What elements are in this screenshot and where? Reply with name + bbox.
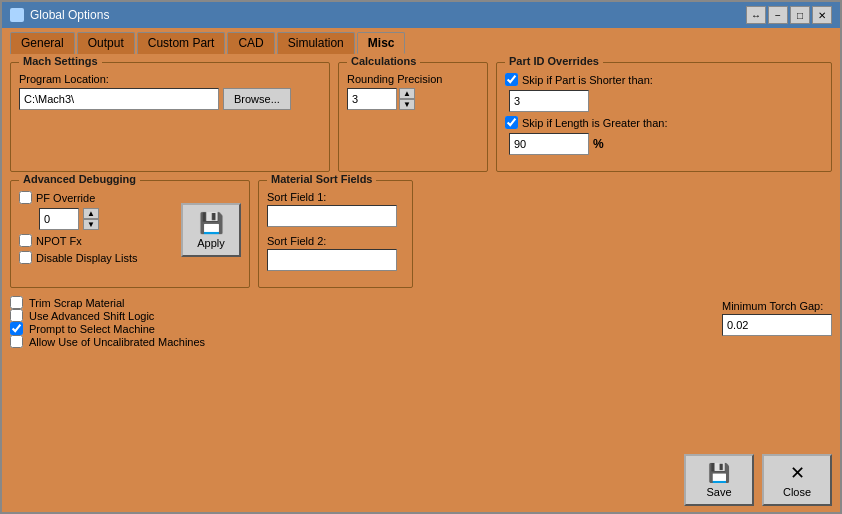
minimize-button[interactable]: − <box>768 6 788 24</box>
tab-general[interactable]: General <box>10 32 75 54</box>
debug-right: 💾 Apply <box>181 191 241 268</box>
calculations-group: Calculations Rounding Precision ▲ ▼ <box>338 62 488 172</box>
percent-symbol: % <box>593 137 604 151</box>
tab-misc[interactable]: Misc <box>357 32 406 54</box>
pf-down-button[interactable]: ▼ <box>83 219 99 230</box>
min-torch-gap-input[interactable] <box>722 314 832 336</box>
bottom-checks: Trim Scrap Material Use Advanced Shift L… <box>10 296 442 348</box>
tab-custom-part[interactable]: Custom Part <box>137 32 226 54</box>
skip-greater-label: Skip if Length is Greater than: <box>522 117 668 129</box>
skip-greater-checkbox[interactable] <box>505 116 518 129</box>
npot-fx-row: NPOT Fx <box>19 234 177 247</box>
prompt-machine-label: Prompt to Select Machine <box>29 323 155 335</box>
arrows-button[interactable]: ↔ <box>746 6 766 24</box>
trim-scrap-label: Trim Scrap Material <box>29 297 125 309</box>
advanced-debugging-group: Advanced Debugging PF Override ▲ ▼ <box>10 180 250 288</box>
bottom-area: Trim Scrap Material Use Advanced Shift L… <box>10 296 832 348</box>
bottom-section: Trim Scrap Material Use Advanced Shift L… <box>10 296 832 440</box>
program-location-input[interactable] <box>19 88 219 110</box>
min-torch-section: Minimum Torch Gap: <box>722 300 832 336</box>
close-label: Close <box>783 486 811 498</box>
mach-settings-title: Mach Settings <box>19 55 102 67</box>
save-button[interactable]: 💾 Save <box>684 454 754 506</box>
program-location-row: Browse... <box>19 88 321 110</box>
middle-row: Advanced Debugging PF Override ▲ ▼ <box>10 180 832 288</box>
global-options-window: Global Options ↔ − □ ✕ General Output Cu… <box>0 0 842 514</box>
trim-scrap-checkbox[interactable] <box>10 296 23 309</box>
prompt-machine-row: Prompt to Select Machine <box>10 322 442 335</box>
trim-scrap-row: Trim Scrap Material <box>10 296 442 309</box>
advanced-shift-label: Use Advanced Shift Logic <box>29 310 154 322</box>
window-title: Global Options <box>30 8 109 22</box>
allow-uncalibrated-row: Allow Use of Uncalibrated Machines <box>10 335 442 348</box>
maximize-button[interactable]: □ <box>790 6 810 24</box>
save-label: Save <box>706 486 731 498</box>
disable-display-checkbox[interactable] <box>19 251 32 264</box>
close-icon: ✕ <box>790 462 805 484</box>
pf-up-button[interactable]: ▲ <box>83 208 99 219</box>
rounding-precision-spinners: ▲ ▼ <box>399 88 415 110</box>
browse-button[interactable]: Browse... <box>223 88 291 110</box>
pf-override-row: PF Override <box>19 191 177 204</box>
sort-field1-label: Sort Field 1: <box>267 191 404 203</box>
rounding-precision-label: Rounding Precision <box>347 73 479 85</box>
rounding-precision-input[interactable] <box>347 88 397 110</box>
material-sort-group: Material Sort Fields Sort Field 1: Sort … <box>258 180 413 288</box>
rounding-down-button[interactable]: ▼ <box>399 99 415 110</box>
part-id-overrides-group: Part ID Overrides Skip if Part is Shorte… <box>496 62 832 172</box>
sort-field2-input[interactable] <box>267 249 397 271</box>
top-row: Mach Settings Program Location: Browse..… <box>10 62 832 172</box>
mach-settings-group: Mach Settings Program Location: Browse..… <box>10 62 330 172</box>
apply-icon: 💾 <box>199 211 224 235</box>
tab-output[interactable]: Output <box>77 32 135 54</box>
material-sort-title: Material Sort Fields <box>267 173 376 185</box>
apply-button[interactable]: 💾 Apply <box>181 203 241 257</box>
allow-uncalibrated-checkbox[interactable] <box>10 335 23 348</box>
pf-override-label: PF Override <box>36 192 95 204</box>
advanced-shift-checkbox[interactable] <box>10 309 23 322</box>
content-area: Mach Settings Program Location: Browse..… <box>2 54 840 448</box>
pf-value-row: ▲ ▼ <box>39 208 177 230</box>
disable-display-row: Disable Display Lists <box>19 251 177 264</box>
skip-shorter-label: Skip if Part is Shorter than: <box>522 74 653 86</box>
npot-fx-label: NPOT Fx <box>36 235 82 247</box>
close-button[interactable]: ✕ <box>812 6 832 24</box>
sort-field2-label: Sort Field 2: <box>267 235 404 247</box>
skip-greater-value-row: % <box>505 133 823 155</box>
footer-close-button[interactable]: ✕ Close <box>762 454 832 506</box>
advanced-shift-row: Use Advanced Shift Logic <box>10 309 442 322</box>
program-location-label: Program Location: <box>19 73 321 85</box>
apply-label: Apply <box>197 237 225 249</box>
rounding-precision-control: ▲ ▼ <box>347 88 479 110</box>
skip-shorter-checkbox[interactable] <box>505 73 518 86</box>
prompt-machine-checkbox[interactable] <box>10 322 23 335</box>
part-id-overrides-title: Part ID Overrides <box>505 55 603 67</box>
debug-left: PF Override ▲ ▼ NPOT Fx <box>19 191 177 268</box>
pf-override-checkbox[interactable] <box>19 191 32 204</box>
disable-display-label: Disable Display Lists <box>36 252 137 264</box>
debug-inner: PF Override ▲ ▼ NPOT Fx <box>19 191 241 268</box>
min-torch-gap-label: Minimum Torch Gap: <box>722 300 832 312</box>
tab-simulation[interactable]: Simulation <box>277 32 355 54</box>
rounding-up-button[interactable]: ▲ <box>399 88 415 99</box>
skip-shorter-row: Skip if Part is Shorter than: <box>505 73 823 86</box>
skip-greater-row: Skip if Length is Greater than: <box>505 116 823 129</box>
title-bar-left: Global Options <box>10 8 109 22</box>
npot-fx-checkbox[interactable] <box>19 234 32 247</box>
sort-field1-input[interactable] <box>267 205 397 227</box>
title-bar: Global Options ↔ − □ ✕ <box>2 2 840 28</box>
pf-spinners: ▲ ▼ <box>83 208 99 230</box>
title-bar-controls: ↔ − □ ✕ <box>746 6 832 24</box>
tab-cad[interactable]: CAD <box>227 32 274 54</box>
app-icon <box>10 8 24 22</box>
pf-value-input[interactable] <box>39 208 79 230</box>
allow-uncalibrated-label: Allow Use of Uncalibrated Machines <box>29 336 205 348</box>
skip-shorter-input[interactable] <box>509 90 589 112</box>
save-icon: 💾 <box>708 462 730 484</box>
advanced-debugging-title: Advanced Debugging <box>19 173 140 185</box>
footer: 💾 Save ✕ Close <box>2 448 840 512</box>
tab-bar: General Output Custom Part CAD Simulatio… <box>2 28 840 54</box>
skip-greater-input[interactable] <box>509 133 589 155</box>
calculations-title: Calculations <box>347 55 420 67</box>
